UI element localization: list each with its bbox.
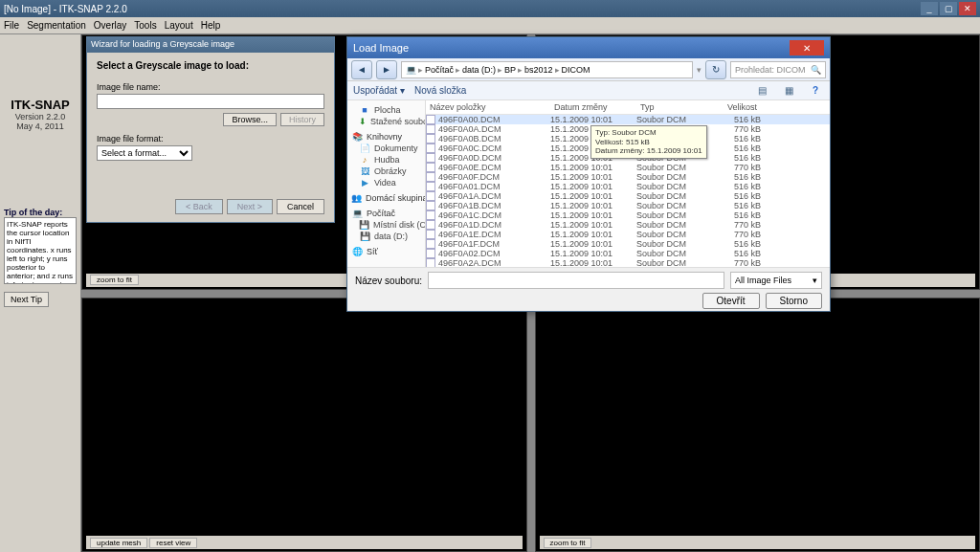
place-item[interactable]: ♪Hudba: [349, 154, 423, 166]
app-version: Version 2.2.0: [15, 112, 66, 121]
crumb-item[interactable]: Počítač: [425, 65, 454, 75]
update-mesh-button[interactable]: update mesh: [90, 538, 147, 548]
browse-button[interactable]: Browse...: [223, 113, 277, 126]
file-dialog-title: Load Image ✕: [347, 37, 830, 58]
file-row[interactable]: 496F0A1B.DCM15.1.2009 10:01Soubor DCM516…: [426, 201, 830, 210]
format-select[interactable]: Select a format...: [97, 145, 192, 161]
file-date: 15.1.2009 10:01: [550, 249, 636, 258]
place-icon: 📚: [351, 132, 363, 142]
file-row[interactable]: 496F0A0F.DCM15.1.2009 10:01Soubor DCM516…: [426, 172, 830, 182]
file-row[interactable]: 496F0A1F.DCM15.1.2009 10:01Soubor DCM516…: [426, 239, 830, 249]
file-dialog: Load Image ✕ ◄ ► 💻▸ Počítač▸ data (D:)▸ …: [346, 36, 831, 312]
place-item[interactable]: ■Plocha: [349, 104, 423, 116]
place-item[interactable]: 📄Dokumenty: [349, 143, 423, 154]
crumb-item[interactable]: BP: [504, 65, 516, 75]
menu-file[interactable]: File: [4, 20, 19, 31]
open-button[interactable]: Otevřít: [702, 293, 760, 309]
file-row[interactable]: 496F0A2A.DCM15.1.2009 10:01Soubor DCM770…: [426, 258, 830, 267]
filter-select[interactable]: All Image Files▾: [730, 272, 822, 289]
file-row[interactable]: 496F0A1C.DCM15.1.2009 10:01Soubor DCM516…: [426, 210, 830, 220]
menu-layout[interactable]: Layout: [165, 20, 193, 31]
file-icon: [426, 201, 435, 210]
file-size: 516 kB: [703, 210, 761, 220]
next-button[interactable]: Next >: [227, 199, 273, 214]
nav-back-button[interactable]: ◄: [351, 60, 372, 79]
back-button[interactable]: < Back: [175, 199, 223, 214]
file-dialog-close-button[interactable]: ✕: [790, 40, 824, 55]
place-label: Knihovny: [367, 132, 402, 142]
nav-fwd-button[interactable]: ►: [376, 60, 397, 79]
place-item[interactable]: 🌐Síť: [349, 246, 423, 257]
preview-icon[interactable]: ▦: [780, 83, 797, 99]
viewport-coronal[interactable]: zoom to fit: [535, 298, 981, 553]
crumb-item[interactable]: DICOM: [562, 65, 590, 75]
tip-title: Tip of the day:: [4, 208, 77, 217]
file-row[interactable]: 496F0A01.DCM15.1.2009 10:01Soubor DCM516…: [426, 182, 830, 191]
cancel-button[interactable]: Storno: [766, 293, 822, 309]
zoom-fit-button[interactable]: zoom to fit: [90, 275, 139, 285]
col-name[interactable]: Název položky: [426, 100, 550, 114]
refresh-button[interactable]: ↻: [705, 60, 726, 79]
app-name: ITK-SNAP: [11, 98, 69, 112]
place-item[interactable]: 💻Počítač: [349, 208, 423, 219]
place-item[interactable]: ⬇Stažené soubory: [349, 116, 423, 127]
views-icon[interactable]: ▤: [753, 83, 770, 99]
help-icon[interactable]: ?: [807, 83, 824, 99]
breadcrumb[interactable]: 💻▸ Počítač▸ data (D:)▸ BP▸ bs2012▸ DICOM: [401, 61, 693, 78]
viewport-footer: update meshreset view: [86, 536, 523, 549]
place-item[interactable]: 💾Místní disk (C:): [349, 219, 423, 231]
close-button[interactable]: ✕: [959, 2, 976, 15]
file-icon: [426, 239, 435, 249]
zoom-fit-button[interactable]: zoom to fit: [544, 538, 592, 548]
maximize-button[interactable]: ▢: [940, 2, 957, 15]
place-item[interactable]: ▶Videa: [349, 177, 423, 188]
file-row[interactable]: 496F0A1A.DCM15.1.2009 10:01Soubor DCM516…: [426, 191, 830, 201]
filename-combo[interactable]: [428, 272, 724, 289]
place-item[interactable]: 💾data (D:): [349, 231, 423, 242]
place-item[interactable]: 🖼Obrázky: [349, 166, 423, 177]
file-date: 15.1.2009 10:01: [550, 220, 636, 230]
file-row[interactable]: 496F0A1E.DCM15.1.2009 10:01Soubor DCM770…: [426, 230, 830, 239]
menu-segmentation[interactable]: Segmentation: [27, 20, 86, 31]
file-row[interactable]: 496F0A1D.DCM15.1.2009 10:01Soubor DCM770…: [426, 220, 830, 230]
menu-tools[interactable]: Tools: [134, 20, 156, 31]
file-icon: [426, 153, 435, 163]
file-name: 496F0A1E.DCM: [438, 230, 501, 239]
filename-input[interactable]: [97, 94, 324, 109]
filename-label: Název souboru:: [355, 276, 422, 286]
place-label: Domácí skupina: [366, 193, 426, 203]
reset-view-button[interactable]: reset view: [149, 538, 197, 548]
file-name: 496F0A1C.DCM: [438, 210, 501, 220]
file-type: Soubor DCM: [636, 182, 703, 191]
file-row[interactable]: 496F0A0E.DCM15.1.2009 10:01Soubor DCM770…: [426, 163, 830, 172]
file-date: 15.1.2009 10:01: [550, 210, 636, 220]
file-row[interactable]: 496F0A00.DCM15.1.2009 10:01Soubor DCM516…: [426, 115, 830, 124]
place-item[interactable]: 📚Knihovny: [349, 131, 423, 143]
viewport-3d[interactable]: update meshreset view: [81, 298, 527, 553]
wizard-heading: Select a Greyscale image to load:: [97, 60, 324, 71]
file-size: 770 kB: [703, 220, 761, 230]
chevron-down-icon: ▾: [813, 276, 817, 285]
cancel-button[interactable]: Cancel: [277, 199, 324, 214]
organize-button[interactable]: Uspořádat ▾: [353, 85, 405, 96]
minimize-button[interactable]: _: [921, 2, 938, 15]
col-size[interactable]: Velikost: [703, 100, 761, 114]
place-item[interactable]: 👥Domácí skupina: [349, 192, 423, 204]
col-date[interactable]: Datum změny: [550, 100, 636, 114]
file-date: 15.1.2009 10:01: [550, 163, 636, 172]
file-size: 516 kB: [703, 134, 761, 144]
history-button[interactable]: History: [280, 113, 324, 126]
crumb-item[interactable]: data (D:): [462, 65, 496, 75]
crumb-item[interactable]: bs2012: [524, 65, 553, 75]
menu-help[interactable]: Help: [201, 20, 221, 31]
col-type[interactable]: Typ: [636, 100, 703, 114]
next-tip-button[interactable]: Next Tip: [4, 292, 49, 307]
file-row[interactable]: 496F0A02.DCM15.1.2009 10:01Soubor DCM516…: [426, 249, 830, 258]
app-date: May 4, 2011: [16, 121, 64, 131]
place-icon: 💾: [359, 220, 369, 230]
search-input[interactable]: Prohledat: DICOM 🔍: [730, 61, 826, 78]
places-panel: ■Plocha⬇Stažené soubory📚Knihovny📄Dokumen…: [347, 100, 426, 267]
new-folder-button[interactable]: Nová složka: [414, 85, 466, 96]
menu-overlay[interactable]: Overlay: [94, 20, 126, 31]
file-list[interactable]: Název položky Datum změny Typ Velikost 4…: [426, 100, 830, 267]
